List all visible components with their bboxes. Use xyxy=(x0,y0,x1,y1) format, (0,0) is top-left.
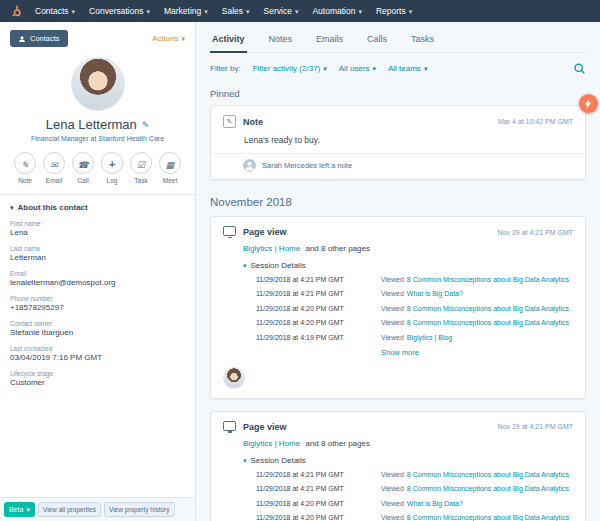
contact-property: First name Lena xyxy=(10,220,185,237)
property-value[interactable]: Lena xyxy=(10,228,185,237)
viewed-page-link[interactable]: 8 Common Misconceptions about Big Data A… xyxy=(407,485,569,492)
pageview-card: Page view Nov 29 at 4:21 PM GMT Biglytic… xyxy=(210,216,586,399)
show-more-link[interactable]: Show more xyxy=(381,348,573,357)
quick-action-label: Log xyxy=(107,177,118,184)
quick-action-button[interactable]: Note xyxy=(12,152,38,184)
floating-action-button[interactable] xyxy=(579,94,598,113)
viewed-label: Viewed xyxy=(381,500,404,507)
log-icon xyxy=(109,154,115,172)
actions-dropdown[interactable]: Actions xyxy=(152,34,185,43)
property-value[interactable]: Letterman xyxy=(10,253,185,262)
pageview-card: Page view Nov 29 at 4:21 PM GMT Biglytic… xyxy=(210,411,586,521)
viewed-page-link[interactable]: 8 Common Misconceptions about Big Data A… xyxy=(407,276,569,283)
nav-menu-item[interactable]: Marketing xyxy=(164,6,208,16)
contact-profile: Lena Letterman ✎ Financial Manager at St… xyxy=(0,51,195,195)
timeline-tab[interactable]: Tasks xyxy=(409,32,436,52)
session-details-toggle[interactable]: Session Details xyxy=(243,456,573,465)
property-value[interactable]: 03/04/2019 7:16 PM GMT xyxy=(10,353,185,362)
session-row: 11/29/2018 at 4:21 PM GMT Viewed8 Common… xyxy=(256,485,573,493)
chevron-down-icon xyxy=(26,506,30,513)
hubspot-app: Contacts Conversations Marketing Sales xyxy=(0,0,600,521)
timeline-tab[interactable]: Activity xyxy=(210,32,247,53)
top-navigation: Contacts Conversations Marketing Sales xyxy=(0,0,600,22)
chevron-down-icon xyxy=(10,203,14,212)
hubspot-sprocket-icon[interactable] xyxy=(10,5,23,18)
page-link-suffix: and 8 other pages xyxy=(305,244,370,253)
property-value[interactable]: Customer xyxy=(10,378,185,387)
property-value[interactable]: lenaletterman@demospot.org xyxy=(10,278,185,287)
teams-filter-dropdown[interactable]: All teams xyxy=(388,64,427,73)
nav-menu-item[interactable]: Sales xyxy=(222,6,250,16)
note-icon xyxy=(21,154,29,172)
nav-menu-item[interactable]: Contacts xyxy=(35,6,75,16)
about-section-toggle[interactable]: About this contact xyxy=(10,203,185,212)
contacts-back-label: Contacts xyxy=(30,34,60,43)
session-time: 11/29/2018 at 4:19 PM GMT xyxy=(256,334,381,342)
pageview-timestamp: Nov 29 at 4:21 PM GMT xyxy=(498,423,573,430)
nav-menu-item[interactable]: Service xyxy=(264,6,299,16)
author-avatar xyxy=(243,159,256,172)
property-label: Last name xyxy=(10,245,185,252)
session-row: 11/29/2018 at 4:20 PM GMT ViewedWhat is … xyxy=(256,500,573,508)
quick-action-button[interactable]: Task xyxy=(128,152,154,184)
contacts-back-button[interactable]: Contacts xyxy=(10,30,68,47)
viewed-page-link[interactable]: What is Big Data? xyxy=(407,500,463,507)
view-property-history-button[interactable]: View property history xyxy=(104,502,175,517)
viewed-page-link[interactable]: 8 Common Misconceptions about Big Data A… xyxy=(407,514,569,521)
property-label: Email xyxy=(10,270,185,277)
about-this-contact-section: About this contact First name Lena Last … xyxy=(0,195,195,403)
quick-action-button[interactable]: Email xyxy=(41,152,67,184)
nav-menu-item-label: Sales xyxy=(222,6,243,16)
timeline-tab[interactable]: Notes xyxy=(267,32,295,52)
email-icon xyxy=(50,154,58,172)
call-icon xyxy=(77,154,88,172)
nav-menu-item[interactable]: Reports xyxy=(376,6,412,16)
viewed-page-link[interactable]: Biglytics | Blog xyxy=(407,334,452,341)
pageview-type-label: Page view xyxy=(243,227,287,237)
about-heading: About this contact xyxy=(18,203,88,212)
page-link[interactable]: Biglytics | Home xyxy=(243,244,300,253)
nav-menu-item[interactable]: Conversations xyxy=(89,6,150,16)
filter-by-label: Filter by: xyxy=(210,64,241,73)
session-row: 11/29/2018 at 4:20 PM GMT Viewed8 Common… xyxy=(256,319,573,327)
timeline-tab[interactable]: Emails xyxy=(314,32,345,52)
quick-action-button[interactable]: Log xyxy=(99,152,125,184)
nav-menu: Contacts Conversations Marketing Sales xyxy=(35,6,412,16)
session-row: 11/29/2018 at 4:21 PM GMT Viewed8 Common… xyxy=(256,471,573,479)
page-link[interactable]: Biglytics | Home xyxy=(243,439,300,448)
activity-filter-dropdown[interactable]: Filter activity (2/37) xyxy=(253,64,327,73)
contact-name: Lena Letterman xyxy=(46,117,137,132)
search-icon[interactable] xyxy=(573,62,586,75)
users-filter-dropdown[interactable]: All users xyxy=(339,64,376,73)
viewed-page-link[interactable]: What is Big Data? xyxy=(407,290,463,297)
viewed-page-link[interactable]: 8 Common Misconceptions about Big Data A… xyxy=(407,319,569,326)
session-time: 11/29/2018 at 4:21 PM GMT xyxy=(256,471,381,479)
session-row: 11/29/2018 at 4:20 PM GMT Viewed8 Common… xyxy=(256,305,573,313)
session-details-toggle[interactable]: Session Details xyxy=(243,261,573,270)
page-link-suffix: and 8 other pages xyxy=(305,439,370,448)
contact-avatar xyxy=(223,367,245,389)
property-value[interactable]: +18578295297 xyxy=(10,303,185,312)
viewed-page-link[interactable]: 8 Common Misconceptions about Big Data A… xyxy=(407,471,569,478)
quick-action-button[interactable]: Call xyxy=(70,152,96,184)
beta-dropdown-button[interactable]: Beta xyxy=(4,502,35,517)
pageview-type-label: Page view xyxy=(243,422,287,432)
sidebar-footer: Beta View all properties View property h… xyxy=(0,497,195,521)
contact-property: Contact owner Stefanie Ibarguen xyxy=(10,320,185,337)
viewed-page-link[interactable]: 8 Common Misconceptions about Big Data A… xyxy=(407,305,569,312)
viewed-label: Viewed xyxy=(381,514,404,521)
view-all-properties-button[interactable]: View all properties xyxy=(38,502,101,517)
property-label: Lifecycle stage xyxy=(10,370,185,377)
property-value[interactable]: Stefanie Ibarguen xyxy=(10,328,185,337)
timeline-tab[interactable]: Calls xyxy=(365,32,389,52)
chevron-down-icon xyxy=(246,6,250,16)
chevron-down-icon xyxy=(72,6,76,16)
quick-action-button[interactable]: Meet xyxy=(157,152,183,184)
quick-action-label: Email xyxy=(46,177,62,184)
viewed-label: Viewed xyxy=(381,485,404,492)
timeline-tabs: Activity Notes Emails Calls Tasks xyxy=(210,22,586,53)
edit-pencil-icon[interactable]: ✎ xyxy=(142,120,150,130)
quick-actions: Note Email Call xyxy=(10,152,185,184)
nav-menu-item[interactable]: Automation xyxy=(312,6,362,16)
pageview-icon xyxy=(223,421,236,431)
